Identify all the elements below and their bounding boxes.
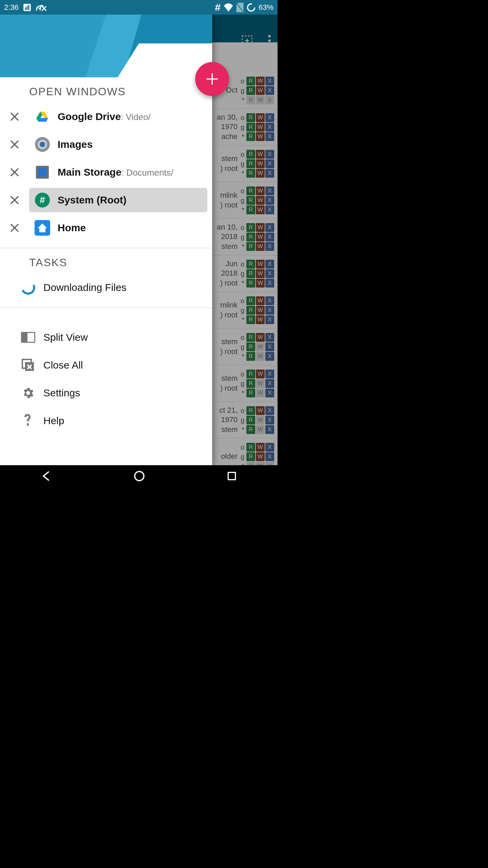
system-nav-bar	[0, 465, 278, 488]
window-label: Google Drive: Video/	[58, 111, 150, 122]
overflow-menu-icon[interactable]	[268, 35, 271, 48]
no-sim-icon	[236, 3, 244, 12]
hash-icon: #	[215, 2, 221, 13]
divider	[0, 308, 212, 308]
window-entry[interactable]: Home	[29, 216, 207, 240]
action-label: Split View	[43, 332, 88, 343]
root-icon: #	[35, 192, 50, 208]
close-window-button[interactable]	[0, 195, 29, 205]
close-icon	[9, 112, 20, 122]
status-time: 2:36	[4, 3, 19, 12]
task-downloading[interactable]: Downloading Files	[0, 274, 212, 301]
close-all-icon	[20, 357, 36, 373]
status-battery: 63%	[259, 3, 273, 12]
action-label: Close All	[43, 359, 83, 371]
nav-home-icon[interactable]	[133, 470, 145, 484]
help-action[interactable]: Help	[0, 407, 212, 435]
select-region-icon[interactable]	[241, 35, 253, 48]
settings-action[interactable]: Settings	[0, 379, 212, 407]
google-drive-icon	[35, 109, 50, 124]
window-label: Images	[58, 139, 93, 150]
help-icon	[20, 413, 36, 429]
svg-rect-26	[228, 472, 235, 479]
window-entry[interactable]: Google Drive: Video/	[29, 104, 207, 129]
svg-text:#: #	[40, 195, 45, 205]
window-row-storage: Main Storage: Documents/	[0, 158, 212, 186]
images-icon	[35, 137, 50, 152]
window-entry[interactable]: Main Storage: Documents/	[29, 160, 207, 184]
svg-point-25	[135, 472, 144, 481]
status-bar: 2:36 # 63%	[0, 0, 278, 15]
svg-point-9	[40, 142, 45, 147]
svg-point-3	[268, 35, 271, 38]
window-label: Home	[58, 222, 86, 234]
task-label: Downloading Files	[43, 282, 126, 293]
progress-spinner-icon	[20, 280, 36, 295]
action-label: Settings	[43, 387, 80, 399]
plus-icon	[205, 72, 220, 86]
nav-back-icon[interactable]	[40, 470, 53, 484]
svg-point-24	[247, 4, 255, 11]
wifi-icon	[223, 3, 233, 12]
storage-icon	[35, 164, 50, 180]
close-window-button[interactable]	[0, 167, 29, 177]
window-label: Main Storage: Documents/	[58, 166, 174, 178]
split-view-action[interactable]: Split View	[0, 323, 212, 351]
svg-rect-16	[27, 333, 34, 342]
window-entry[interactable]: Images	[29, 132, 207, 157]
home-icon	[35, 220, 50, 236]
split-view-icon	[20, 330, 36, 345]
close-window-button[interactable]	[0, 139, 29, 150]
window-row-root: #System (Root)	[0, 186, 212, 214]
window-row-images: Images	[0, 131, 212, 158]
action-label: Help	[43, 415, 64, 427]
loading-circle-icon	[246, 3, 256, 12]
svg-point-5	[268, 44, 271, 46]
navigation-drawer: OPEN WINDOWS Google Drive: Video/ImagesM…	[0, 15, 212, 465]
window-row-home: Home	[0, 214, 212, 242]
nav-recents-icon[interactable]	[226, 471, 237, 483]
close-all-action[interactable]: Close All	[0, 351, 212, 379]
window-entry[interactable]: #System (Root)	[29, 188, 207, 212]
notif-bars-icon	[23, 3, 32, 12]
svg-rect-20	[25, 7, 26, 10]
close-icon	[9, 195, 20, 205]
svg-rect-21	[26, 6, 27, 10]
close-window-button[interactable]	[0, 112, 29, 122]
close-icon	[9, 139, 20, 150]
add-fab[interactable]	[195, 62, 229, 96]
svg-rect-11	[38, 168, 47, 177]
window-row-google-drive: Google Drive: Video/	[0, 103, 212, 131]
open-windows-title: OPEN WINDOWS	[0, 77, 212, 103]
close-window-button[interactable]	[0, 223, 29, 233]
gear-icon	[20, 385, 36, 401]
svg-rect-22	[28, 5, 29, 10]
notif-fx-icon	[36, 3, 46, 12]
svg-rect-6	[35, 109, 50, 124]
close-icon	[9, 167, 20, 177]
close-icon	[9, 223, 20, 233]
drawer-header	[0, 15, 212, 77]
tasks-title: TASKS	[0, 248, 212, 274]
svg-point-4	[268, 39, 271, 42]
window-label: System (Root)	[58, 194, 126, 206]
